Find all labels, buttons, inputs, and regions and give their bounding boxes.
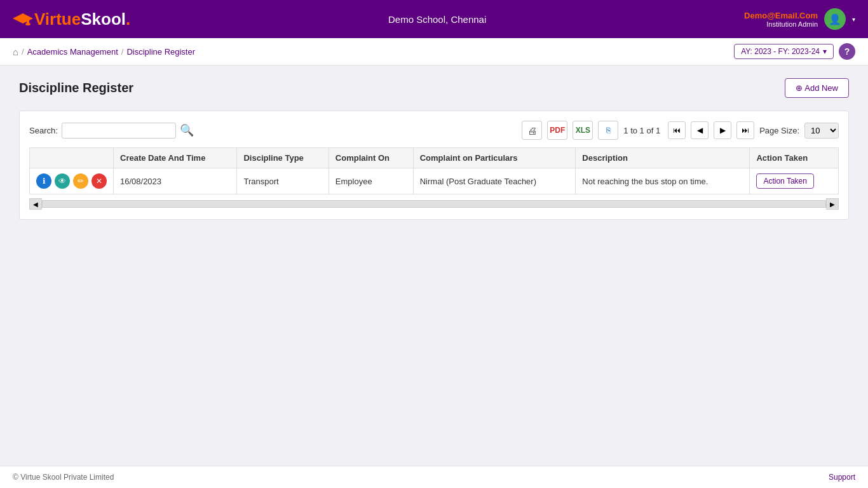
- col-header-actions: [30, 148, 114, 168]
- breadcrumb-current: Discipline Register: [126, 47, 195, 57]
- scrollbar-area: ◀ ▶: [29, 198, 839, 210]
- copy-button[interactable]: ⎘: [598, 121, 618, 140]
- logo-hat-icon: [13, 12, 33, 26]
- row-actions: ℹ 👁 ✏ ✕: [30, 168, 114, 194]
- toolbar-right: 🖨 PDF XLS ⎘ 1 to 1 of 1 ⏮ ◀ ▶ ⏭ Page Siz…: [522, 121, 839, 140]
- sep-2: /: [121, 47, 124, 57]
- edit-button[interactable]: ✏: [73, 173, 88, 189]
- search-icon: 🔍: [180, 124, 194, 137]
- header: VirtueSkool. Demo School, Chennai Demo@E…: [0, 0, 868, 38]
- search-label: Search:: [29, 126, 58, 135]
- col-header-complaint-on: Complaint On: [329, 148, 413, 168]
- search-area: Search: 🔍: [29, 123, 194, 139]
- row-complaint-on: Employee: [329, 168, 413, 194]
- view-button[interactable]: 👁: [55, 173, 70, 189]
- col-header-complaint-particulars: Complaint on Particulars: [413, 148, 576, 168]
- last-page-button[interactable]: ⏭: [736, 121, 754, 139]
- table-header-row: Create Date And Time Discipline Type Com…: [30, 148, 839, 168]
- page-header: Discipline Register ⊕ Add New: [19, 78, 849, 98]
- pagination-info: 1 to 1 of 1: [623, 126, 660, 135]
- breadcrumb-right: AY: 2023 - FY: 2023-24 ▾ ?: [734, 43, 855, 60]
- home-icon[interactable]: ⌂: [13, 46, 18, 57]
- scroll-left-button[interactable]: ◀: [29, 198, 42, 210]
- copy-icon: ⎘: [606, 126, 611, 135]
- excel-button[interactable]: XLS: [573, 121, 593, 140]
- table-container: Search: 🔍 🖨 PDF XLS ⎘ 1 to 1 of 1 ⏮: [19, 111, 849, 220]
- ay-label: AY: 2023 - FY: 2023-24: [741, 47, 820, 56]
- col-header-description: Description: [576, 148, 750, 168]
- row-complaint-particulars: Nirmal (Post Graduate Teacher): [413, 168, 576, 194]
- scrollbar-track[interactable]: [42, 200, 826, 208]
- user-email[interactable]: Demo@Email.Com: [744, 11, 818, 20]
- ay-dropdown-arrow: ▾: [823, 47, 827, 56]
- search-input[interactable]: [62, 123, 176, 139]
- logo-virtue-text: Virtue: [34, 10, 81, 29]
- avatar[interactable]: 👤: [824, 8, 846, 30]
- action-icons: ℹ 👁 ✏ ✕: [36, 173, 107, 189]
- col-header-create-date: Create Date And Time: [114, 148, 237, 168]
- excel-icon: XLS: [576, 126, 590, 135]
- main-content: Discipline Register ⊕ Add New Search: 🔍 …: [0, 65, 868, 466]
- search-button[interactable]: 🔍: [180, 123, 194, 137]
- next-page-button[interactable]: ▶: [714, 121, 731, 139]
- row-discipline-type: Transport: [237, 168, 329, 194]
- breadcrumb: ⌂ / Academics Management / Discipline Re…: [13, 46, 195, 57]
- user-dropdown-arrow[interactable]: ▾: [852, 16, 855, 23]
- pdf-button[interactable]: PDF: [547, 121, 567, 140]
- scroll-right-button[interactable]: ▶: [826, 198, 839, 210]
- user-role: Institution Admin: [744, 20, 818, 28]
- copyright: © Virtue Skool Private Limited: [13, 473, 114, 482]
- page-title: Discipline Register: [19, 81, 133, 95]
- breadcrumb-academics[interactable]: Academics Management: [27, 47, 118, 57]
- svg-point-2: [25, 23, 31, 25]
- first-page-button[interactable]: ⏮: [668, 121, 686, 139]
- prev-page-button[interactable]: ◀: [691, 121, 709, 139]
- col-header-action-taken: Action Taken: [750, 148, 839, 168]
- user-info: Demo@Email.Com Institution Admin: [744, 11, 818, 28]
- ay-selector[interactable]: AY: 2023 - FY: 2023-24 ▾: [734, 44, 834, 59]
- school-name: Demo School, Chennai: [388, 14, 486, 25]
- support-link[interactable]: Support: [829, 473, 855, 482]
- table-toolbar: Search: 🔍 🖨 PDF XLS ⎘ 1 to 1 of 1 ⏮: [29, 121, 839, 140]
- row-create-date: 16/08/2023: [114, 168, 237, 194]
- breadcrumb-bar: ⌂ / Academics Management / Discipline Re…: [0, 38, 868, 65]
- help-button[interactable]: ?: [839, 43, 855, 60]
- svg-marker-0: [13, 13, 33, 24]
- logo-skool-text: Skool: [81, 10, 126, 29]
- action-taken-button[interactable]: Action Taken: [756, 173, 814, 189]
- page-size-label: Page Size:: [759, 126, 799, 135]
- col-header-discipline-type: Discipline Type: [237, 148, 329, 168]
- print-button[interactable]: 🖨: [522, 121, 542, 140]
- header-right: Demo@Email.Com Institution Admin 👤 ▾: [744, 8, 855, 30]
- sep-1: /: [22, 47, 24, 57]
- footer: © Virtue Skool Private Limited Support: [0, 466, 868, 488]
- add-new-button[interactable]: ⊕ Add New: [785, 78, 849, 98]
- data-table: Create Date And Time Discipline Type Com…: [29, 147, 839, 194]
- table-row: ℹ 👁 ✏ ✕ 16/08/2023 Transport Employee Ni…: [30, 168, 839, 194]
- delete-button[interactable]: ✕: [92, 173, 107, 189]
- logo-dot: .: [126, 10, 130, 29]
- page-size-select[interactable]: 10 25 50 100: [804, 123, 839, 139]
- row-action-taken: Action Taken: [750, 168, 839, 194]
- info-button[interactable]: ℹ: [36, 173, 51, 189]
- logo: VirtueSkool.: [13, 10, 130, 29]
- row-description: Not reaching the bus stop on time.: [576, 168, 750, 194]
